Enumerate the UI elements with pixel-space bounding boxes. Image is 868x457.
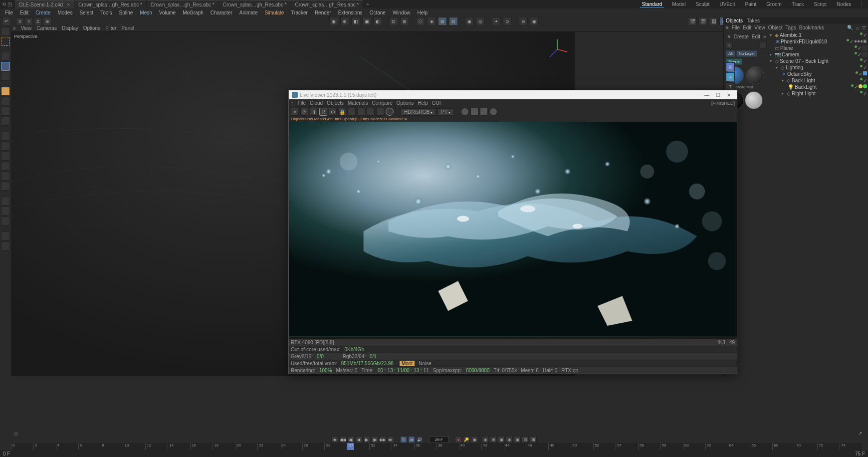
cube-icon[interactable]: ▣: [726, 62, 735, 71]
menu-file[interactable]: File: [2, 10, 16, 15]
square-icon[interactable]: [367, 108, 375, 116]
lv-menu-cloud[interactable]: Cloud: [310, 100, 323, 106]
panel-menu-file[interactable]: File: [732, 25, 740, 30]
document-tab[interactable]: Crown_splas…gh_Res.abc *: [74, 0, 146, 8]
tool-icon[interactable]: [760, 42, 767, 49]
cube-icon[interactable]: ◈: [726, 72, 735, 81]
object-row[interactable]: ▾◇Scene 07 - Back Light✓: [770, 58, 867, 64]
hamburger-icon[interactable]: ≡: [728, 34, 731, 39]
menu-mesh[interactable]: Mesh: [137, 10, 155, 15]
tool-icon[interactable]: [1, 132, 10, 141]
tag-all[interactable]: All: [726, 50, 735, 57]
picker-icon[interactable]: [386, 108, 394, 116]
hamburger-icon[interactable]: ≡: [726, 25, 729, 30]
layout-tab-sculpt[interactable]: Sculpt: [694, 1, 712, 7]
document-tab[interactable]: Crown_splas…gh_Res.abc *: [219, 0, 291, 8]
panel-menu-view[interactable]: View: [754, 25, 765, 30]
tool-icon[interactable]: [1, 97, 10, 106]
object-row[interactable]: ❄PhoenixFDLiquid018✓◈◈◈▣: [770, 38, 867, 45]
menu-character[interactable]: Character: [208, 10, 235, 15]
layout-tab-groom[interactable]: Groom: [764, 1, 784, 7]
lv-menu-help[interactable]: Help: [418, 100, 428, 106]
material-thumb[interactable]: [745, 91, 763, 109]
goto-end-button[interactable]: ⏭: [387, 436, 394, 443]
object-row[interactable]: ▾◇Lighting✓: [770, 64, 867, 71]
menu-tracker[interactable]: Tracker: [288, 10, 311, 15]
layout-tab-standard[interactable]: Standard: [640, 1, 664, 7]
lv-menu-compare[interactable]: Compare: [372, 100, 393, 106]
coord-button[interactable]: ⊕: [43, 17, 52, 26]
tool-icon[interactable]: [1, 152, 10, 161]
add-icon[interactable]: +: [726, 42, 733, 49]
search-icon[interactable]: [1, 27, 10, 36]
axis-y-button[interactable]: Y: [25, 17, 33, 25]
panel-menu-bookmarks[interactable]: Bookmarks: [799, 25, 824, 30]
live-viewer-titlebar[interactable]: Live Viewer 2023.1.1 (15 days left) — ☐ …: [289, 90, 737, 99]
square-icon[interactable]: [357, 108, 365, 116]
lv-menu-objects[interactable]: Objects: [327, 100, 344, 106]
left-menu-create[interactable]: Create: [734, 34, 749, 39]
tool-icon[interactable]: [1, 241, 10, 250]
menu-simulate[interactable]: Simulate: [261, 10, 287, 15]
move-tool[interactable]: [1, 52, 10, 61]
hamburger-icon[interactable]: ≡: [291, 100, 294, 106]
crop-icon[interactable]: [376, 108, 384, 116]
add-tab-button[interactable]: +: [366, 1, 369, 7]
minimize-button[interactable]: —: [702, 92, 712, 98]
menu-octane[interactable]: Octane: [367, 10, 389, 15]
tool-icon[interactable]: ◉: [514, 436, 521, 443]
object-row[interactable]: 💡BackLight✓: [770, 84, 867, 90]
prev-key-button[interactable]: ◀◀: [339, 436, 346, 443]
layout-tab-script[interactable]: Script: [812, 1, 829, 7]
scale-tool[interactable]: [1, 72, 10, 81]
undo-button[interactable]: ↶: [2, 17, 11, 26]
menu-help[interactable]: Help: [414, 10, 431, 15]
tag-nolayer[interactable]: No Layer: [736, 50, 757, 57]
chevron-icon[interactable]: »: [763, 34, 766, 39]
next-frame-button[interactable]: |▶: [371, 436, 378, 443]
timeline-ruler[interactable]: 30 0246810121416182022242628303234363840…: [11, 443, 862, 450]
close-button[interactable]: ✕: [724, 92, 734, 98]
tool-icon[interactable]: ⊕: [490, 436, 497, 443]
tool-icon[interactable]: [1, 142, 10, 151]
current-frame-input[interactable]: [429, 436, 449, 443]
r-button[interactable]: R: [319, 108, 327, 116]
object-row[interactable]: ▸◇Right Light✓: [770, 90, 867, 97]
maximize-button[interactable]: ☐: [713, 92, 723, 98]
menu-tools[interactable]: Tools: [97, 10, 115, 15]
menu-modes[interactable]: Modes: [54, 10, 75, 15]
lv-menu-file[interactable]: File: [298, 100, 306, 106]
axis-x-button[interactable]: X: [16, 17, 24, 25]
aperture-icon[interactable]: ✦: [291, 108, 299, 116]
menu-icon[interactable]: ⋮: [859, 1, 864, 7]
tool-icon[interactable]: [1, 182, 10, 191]
object-row[interactable]: ▾◇Back Light✓: [770, 77, 867, 84]
panel-menu-object[interactable]: Object: [768, 25, 783, 30]
axis-z-button[interactable]: Z: [34, 17, 42, 25]
filter-icon[interactable]: ▽: [862, 25, 866, 30]
render-view[interactable]: [289, 122, 737, 337]
play-button[interactable]: ▶: [363, 436, 370, 443]
lv-menu-gui[interactable]: GUI: [432, 100, 441, 106]
document-tab[interactable]: Crown_splas…gh_Res.abc *: [147, 0, 218, 8]
menu-extensions[interactable]: Extensions: [335, 10, 366, 15]
gear-icon[interactable]: ⚙: [329, 108, 337, 116]
autokey-button[interactable]: 🔑: [463, 436, 470, 443]
camera-icon[interactable]: [480, 108, 488, 116]
document-tab[interactable]: Crown_splas…gh_Res.abc *: [291, 0, 363, 8]
lock-icon[interactable]: 🔒: [338, 108, 346, 116]
layout-tab-nodes[interactable]: Nodes: [835, 1, 853, 7]
selection-tool[interactable]: [1, 37, 10, 46]
layout-tab-paint[interactable]: Paint: [743, 1, 759, 7]
lv-menu-materials[interactable]: Materials: [348, 100, 368, 106]
panel-menu-tags[interactable]: Tags: [786, 25, 796, 30]
object-row[interactable]: ▾◆Alembic.1✓: [770, 32, 867, 38]
refresh-icon[interactable]: ⟳: [300, 108, 308, 116]
tool-icon[interactable]: [461, 108, 469, 116]
goto-start-button[interactable]: ⏮: [331, 436, 338, 443]
tool-icon[interactable]: [1, 87, 10, 96]
record-button[interactable]: ●: [455, 436, 462, 443]
menu-render[interactable]: Render: [312, 10, 334, 15]
viewport-menu-view[interactable]: View: [21, 25, 32, 31]
tool-icon[interactable]: ◈: [482, 436, 489, 443]
